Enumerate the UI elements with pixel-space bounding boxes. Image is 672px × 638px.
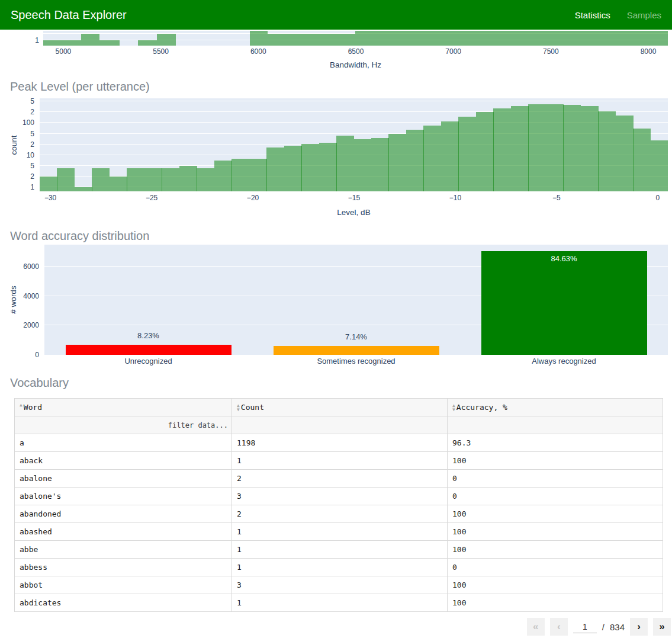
y-tick-label: 2 (30, 108, 34, 116)
histogram-bar (81, 34, 99, 46)
vocabulary-title: Vocabulary (10, 376, 672, 390)
histogram-bar (266, 148, 284, 191)
bar-percent-label: 84.63% (460, 254, 668, 263)
cell-word: abalone's (15, 488, 232, 505)
nav-samples[interactable]: Samples (627, 10, 661, 20)
page-number-input[interactable] (573, 621, 597, 633)
x-tick-label: −30 (44, 194, 56, 202)
histogram-bar (651, 140, 668, 191)
cell-count: 1 (232, 559, 448, 576)
histogram-bar (511, 106, 529, 191)
cell-count: 1 (232, 541, 448, 559)
prev-page-button[interactable]: ‹ (550, 618, 568, 636)
column-header-count[interactable]: ▲▼Count (232, 399, 448, 416)
histogram-bar (162, 168, 179, 191)
cell-count: 2 (232, 470, 448, 488)
column-header-word[interactable]: ▲Word (15, 399, 232, 416)
category-label: Sometimes recognized (252, 357, 460, 366)
x-tick-label: −10 (449, 194, 461, 202)
main-nav: Statistics Samples (575, 10, 661, 20)
histogram-bar (528, 104, 546, 191)
cell-word: abandoned (15, 505, 232, 523)
word-accuracy-y-ticks: 0200040006000 (0, 245, 41, 355)
cell-accuracy: 100 (448, 541, 663, 559)
x-tick-label: −5 (552, 194, 561, 202)
cell-count: 3 (232, 488, 448, 505)
histogram-bar (43, 40, 81, 46)
histogram-bar (633, 129, 651, 191)
histogram-bar (157, 34, 176, 46)
table-row: abbot3100 (15, 576, 663, 594)
category-label: Unrecognized (44, 357, 252, 366)
page-separator: / (602, 622, 605, 632)
x-tick-label: 6500 (348, 47, 364, 56)
x-tick-label: −20 (247, 194, 259, 202)
bar-percent-label: 7.14% (252, 332, 460, 341)
table-row: abalone's30 (15, 488, 663, 505)
histogram-bar (214, 161, 232, 191)
x-tick-label: 5000 (56, 47, 72, 56)
cell-accuracy: 96.3 (448, 434, 663, 452)
bandwidth-x-axis-label: Bandwidth, Hz (43, 60, 668, 69)
histogram-bar (138, 40, 157, 46)
cell-count: 1 (232, 523, 448, 541)
histogram-bar (99, 40, 120, 46)
histogram-bar (581, 106, 599, 191)
x-tick-label: −25 (146, 194, 157, 202)
histogram-bar (179, 166, 197, 191)
filter-cell (448, 416, 663, 434)
peak-level-chart: Peak Level (per utterance) count 1251025… (0, 74, 672, 225)
histogram-bar (127, 168, 144, 191)
table-row: aback1100 (15, 452, 663, 470)
column-header-accuracy[interactable]: ▲▼Accuracy, % (448, 399, 663, 416)
table-row: a119896.3 (15, 434, 663, 452)
histogram-bar (598, 111, 616, 191)
histogram-bar (92, 168, 110, 191)
y-tick-label: 1 (30, 183, 34, 191)
vocabulary-filter-input[interactable] (20, 421, 229, 430)
bandwidth-chart: 1 5000550060006500700075008000 Bandwidth… (0, 30, 672, 74)
table-row: abalone20 (15, 470, 663, 488)
total-pages: 834 (610, 622, 625, 632)
x-tick-label: 7000 (445, 47, 461, 56)
peak-level-title: Peak Level (per utterance) (10, 80, 150, 94)
histogram-bar (563, 105, 581, 191)
last-page-icon: » (659, 621, 664, 633)
column-header-label: Accuracy, % (456, 403, 507, 412)
table-header-row: ▲Word▲▼Count▲▼Accuracy, % (15, 399, 663, 416)
histogram-bar (319, 143, 337, 191)
table-row: abbess10 (15, 559, 663, 576)
filter-cell (232, 416, 448, 434)
sort-icon: ▲▼ (452, 403, 455, 412)
x-tick-label: 0 (656, 194, 660, 202)
histogram-bar (371, 138, 389, 191)
nav-statistics[interactable]: Statistics (575, 10, 610, 20)
y-tick-label: 2 (30, 140, 34, 149)
cell-count: 1 (232, 452, 448, 470)
first-page-button[interactable]: « (527, 618, 545, 636)
bar-percent-label: 8.23% (44, 331, 252, 340)
cell-word: a (15, 434, 232, 452)
histogram-bar (423, 126, 441, 191)
histogram-bar (110, 177, 127, 191)
next-page-button[interactable]: › (630, 618, 648, 636)
y-tick-label: 6000 (23, 262, 39, 271)
vocabulary-section: Vocabulary ▲Word▲▼Count▲▼Accuracy, %a119… (0, 373, 672, 638)
table-row: abandoned2100 (15, 505, 663, 523)
bandwidth-plot-area (43, 31, 668, 46)
accuracy-bar (66, 345, 231, 355)
app-title: Speech Data Explorer (11, 8, 575, 22)
cell-word: abalone (15, 470, 232, 488)
word-accuracy-chart: Word accuracy distribution # words 8.23%… (0, 225, 672, 373)
histogram-bar (144, 168, 162, 191)
histogram-bar (231, 159, 249, 191)
filter-cell[interactable] (15, 416, 232, 434)
histogram-bar (493, 108, 511, 191)
histogram-bar (249, 159, 267, 191)
y-tick-label: 5 (30, 97, 34, 105)
cell-count: 1 (232, 594, 448, 612)
app-header: Speech Data Explorer Statistics Samples (0, 0, 672, 30)
category-label: Always recognized (460, 357, 668, 366)
sort-icon: ▲▼ (237, 403, 240, 412)
last-page-button[interactable]: » (653, 618, 671, 636)
